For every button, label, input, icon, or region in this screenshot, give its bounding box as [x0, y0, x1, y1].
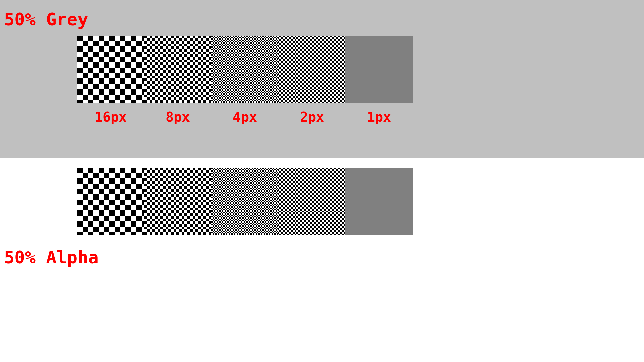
checker-16px-bottom — [77, 168, 144, 235]
checker-1px-top — [345, 36, 413, 103]
bottom-checker-row — [77, 168, 644, 235]
top-title: 50% Grey — [0, 7, 644, 32]
checker-4px-bottom — [211, 168, 278, 235]
checker-2px-top — [278, 36, 345, 103]
checker-16px-top — [77, 36, 144, 103]
label-1px: 1px — [345, 109, 413, 125]
label-2px: 2px — [278, 109, 345, 125]
labels-row: 16px 8px 4px 2px 1px — [77, 109, 644, 125]
bottom-title: 50% Alpha — [0, 245, 644, 270]
label-16px: 16px — [77, 109, 144, 125]
checker-8px-bottom — [144, 168, 211, 235]
checker-4px-top — [211, 36, 278, 103]
top-section: 50% Grey 16px 8px 4px 2px 1px — [0, 0, 644, 158]
bottom-section: 50% Alpha — [0, 158, 644, 362]
checker-1px-bottom — [345, 168, 413, 235]
label-4px: 4px — [211, 109, 278, 125]
checker-8px-top — [144, 36, 211, 103]
checker-2px-bottom — [278, 168, 345, 235]
label-8px: 8px — [144, 109, 211, 125]
top-checker-row — [77, 36, 644, 103]
